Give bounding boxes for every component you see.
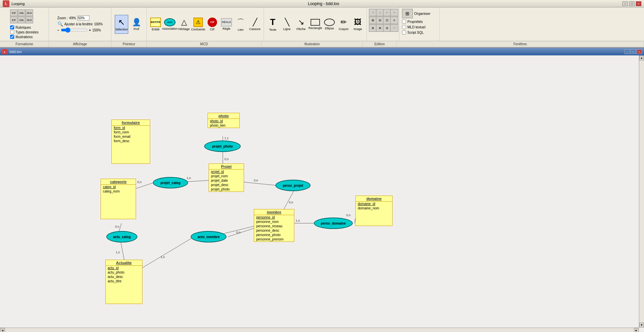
entity-domaine-key: domaine_id	[356, 202, 392, 206]
organiser-label: Organiser	[414, 11, 430, 16]
contrainte-button[interactable]: ⚠ Contrainte	[191, 15, 205, 34]
mcd-label: MCD	[147, 41, 262, 47]
entity-categorie[interactable]: categorie categ_id categ_nom	[101, 179, 136, 219]
mld-textuel-checkbox[interactable]	[402, 25, 406, 29]
diagram-canvas[interactable]: 1,1 0,n 1,n 0,n 0,n 0,n	[0, 55, 644, 332]
ellipse-button[interactable]: Ellipse	[323, 15, 336, 34]
entity-actualite[interactable]: Actualite actu_id actu_photo actu_desc a…	[105, 260, 142, 304]
mld-icon[interactable]: MLD	[26, 9, 33, 16]
cif-icon: CIF	[208, 18, 217, 27]
script-sql-checkbox[interactable]	[402, 30, 406, 34]
assoc-perso-projet-label: perso_projet	[283, 184, 303, 187]
entity-projet-attr-3: projet_desc	[209, 183, 244, 187]
svg-line-18	[121, 242, 124, 260]
selection-button[interactable]: ↖ Sélection	[115, 15, 128, 34]
er-icon[interactable]: E/R	[10, 9, 18, 16]
texte-button[interactable]: T Texte	[266, 15, 279, 34]
rubriques-checkbox[interactable]	[10, 25, 14, 29]
lien-button[interactable]: ⌒ Lien	[234, 15, 247, 34]
fleche-label: Flèche	[296, 27, 305, 31]
edition-btn-4[interactable]: →	[390, 9, 398, 16]
scroll-track-h[interactable]	[5, 328, 634, 332]
scroll-right-button[interactable]: ►	[634, 328, 639, 332]
script-sql-row: Script SQL	[402, 30, 437, 34]
diagram-maximize-button[interactable]: □	[630, 49, 636, 54]
entity-categorie-title: categorie	[101, 179, 136, 185]
mld2-icon[interactable]: MLD	[26, 17, 33, 23]
affichage-content: Zoom : 49% 🔍 Ajuster à la fenêtre 100% −…	[57, 9, 104, 40]
scrollbar-right[interactable]: ▲ ▼	[639, 55, 644, 328]
association-button[interactable]: Asso Association	[163, 15, 177, 34]
entity-actualite-attr-3: actu_titre	[106, 279, 142, 283]
scroll-up-button[interactable]: ▲	[639, 55, 644, 60]
scroll-down-button[interactable]: ▼	[639, 323, 644, 328]
entity-membre-attr-3: personne_desc	[254, 228, 294, 233]
title-bar: L Looping Looping - bdd.loo − □ ×	[0, 0, 644, 7]
assoc-projet-photo[interactable]: projet_photo	[204, 141, 241, 152]
ajuster-label: Ajuster à la fenêtre	[64, 22, 93, 26]
zoom-minus[interactable]: −	[57, 28, 59, 32]
maximize-button[interactable]: □	[629, 1, 635, 6]
proprietes-row: Propriétés	[402, 20, 437, 24]
diagram-close-button[interactable]: ×	[637, 49, 642, 54]
scrollbar-bottom[interactable]: ◄ ►	[0, 328, 639, 332]
entity-formulaire-attr-2: form_email	[112, 134, 150, 139]
rubriques-checkbox-row: Rubriques	[10, 25, 38, 29]
entity-membre[interactable]: membre personne_id personne_nom personne…	[254, 209, 294, 242]
uml-icon[interactable]: UML	[18, 9, 25, 16]
entity-actualite-attr-1: actu_photo	[106, 270, 142, 275]
entity-formulaire-key: form_id	[112, 126, 150, 130]
entity-formulaire[interactable]: formulaire form_id form_nom form_email f…	[111, 120, 150, 164]
rectangle-button[interactable]: Rectangle	[308, 15, 322, 34]
image-button[interactable]: 🖼 Image	[351, 15, 365, 34]
fleche-button[interactable]: ↘ Flèche	[294, 15, 308, 34]
entity-projet-title: Projet	[209, 164, 244, 170]
zoom-plus[interactable]: +	[89, 28, 91, 32]
assoc-actu-categ[interactable]: actu_categ	[106, 231, 137, 242]
edition-btn-8[interactable]: ≡	[390, 17, 398, 24]
svg-text:0,n: 0,n	[115, 225, 119, 228]
minimize-button[interactable]: −	[622, 1, 628, 6]
selection-label: Sélection	[115, 28, 128, 31]
app-looping-label: Looping	[11, 2, 25, 6]
ligne-button[interactable]: ╲ Ligne	[280, 15, 294, 34]
regle-button[interactable]: RÈGLE Règle	[220, 15, 233, 34]
uml2-icon[interactable]: UML	[18, 17, 25, 23]
zoom-slider[interactable]	[61, 27, 88, 33]
assoc-perso-projet[interactable]: perso_projet	[275, 180, 311, 191]
close-button[interactable]: ×	[636, 1, 641, 6]
assoc-actu-membre[interactable]: actu_membre	[191, 231, 226, 242]
regle-label: Règle	[222, 27, 231, 30]
proprietes-checkbox[interactable]	[402, 20, 406, 24]
scroll-track-v[interactable]	[639, 60, 644, 323]
assoc-perso-domaine-label: perso_domaine	[321, 222, 346, 225]
diagram-title: bdd.loo	[9, 50, 22, 54]
er2-icon[interactable]: E/R	[10, 17, 18, 23]
assoc-projet-categ[interactable]: projet_categ	[153, 177, 188, 188]
svg-text:1,1: 1,1	[224, 136, 229, 140]
scroll-left-button[interactable]: ◄	[0, 328, 5, 332]
crayon-button[interactable]: ✏ Crayon	[337, 15, 350, 34]
entite-button[interactable]: ENTITÉ Entité	[149, 15, 162, 34]
types-checkbox[interactable]	[10, 30, 14, 34]
cif-button[interactable]: CIF CIF	[206, 15, 219, 34]
contrainte-label: Contrainte	[191, 28, 205, 31]
assoc-perso-domaine[interactable]: perso_domaine	[314, 218, 353, 229]
cassure-button[interactable]: ╱ Cassure	[248, 15, 262, 34]
diagram-minimize-button[interactable]: −	[624, 49, 630, 54]
edition-btn-12[interactable]: ⋯	[390, 24, 398, 32]
entity-categorie-attr-1: categ_nom	[101, 189, 136, 194]
illustrations-checkbox-row: Illustrations	[10, 35, 38, 39]
organiser-icon[interactable]: ⊞	[402, 9, 413, 18]
prof-button[interactable]: 👤 Prof	[130, 15, 143, 34]
fenetres-content: ⊞ Organiser Propriétés MLD textuel Scrip…	[402, 9, 437, 34]
entity-projet[interactable]: Projet projet_id projet_nom projet_date …	[209, 163, 244, 192]
illustrations-checkbox[interactable]	[10, 35, 14, 39]
zoom-input[interactable]	[77, 16, 89, 21]
image-label: Image	[353, 27, 362, 31]
entity-actualite-attr-2: actu_desc	[106, 275, 142, 279]
entity-photo[interactable]: photo photo_id photo_lien	[208, 113, 240, 128]
heritage-button[interactable]: △ Héritage	[177, 15, 191, 34]
lien-icon: ⌒	[237, 17, 244, 27]
entity-domaine[interactable]: domaine domaine_id domaine_nom	[355, 196, 393, 226]
